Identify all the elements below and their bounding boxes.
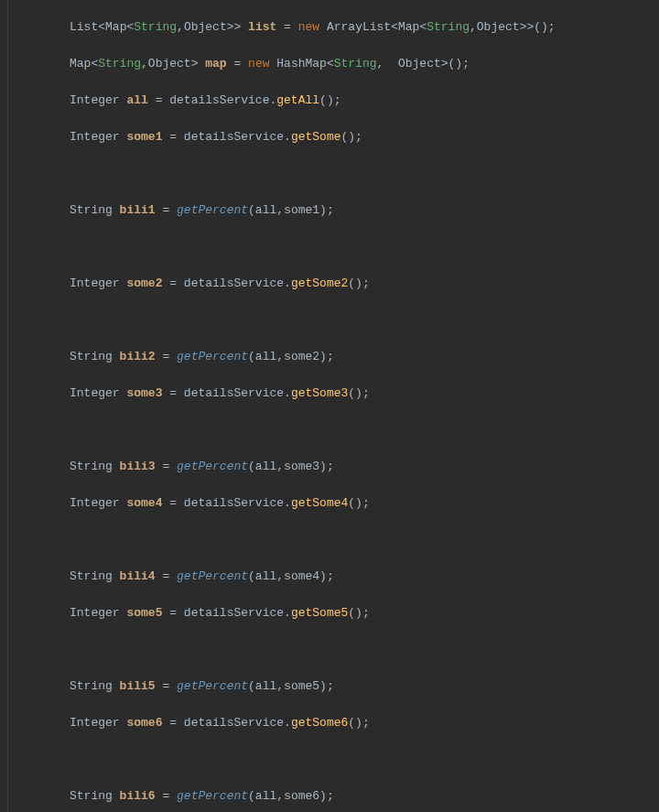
code-line[interactable]: Integer some2 = detailsService.getSome2(… [9, 275, 659, 293]
code-line[interactable]: List<Map<String,Object>> list = new Arra… [9, 18, 659, 37]
code-line[interactable] [9, 531, 659, 549]
code-line[interactable]: Integer some6 = detailsService.getSome6(… [9, 714, 659, 732]
code-line[interactable] [9, 165, 659, 183]
code-line[interactable]: Integer some3 = detailsService.getSome3(… [9, 384, 659, 403]
code-line[interactable]: String bili6 = getPercent(all,some6); [9, 787, 659, 806]
code-line[interactable]: Map<String,Object> map = new HashMap<Str… [9, 55, 659, 73]
code-line[interactable] [9, 238, 659, 256]
code-line[interactable] [9, 751, 659, 769]
code-line[interactable]: Integer some5 = detailsService.getSome5(… [9, 604, 659, 623]
code-editor[interactable]: List<Map<String,Object>> list = new Arra… [9, 0, 659, 812]
code-line[interactable] [9, 311, 659, 330]
code-line[interactable]: String bili2 = getPercent(all,some2); [9, 348, 659, 366]
code-line[interactable]: Integer some1 = detailsService.getSome()… [9, 128, 659, 146]
code-line[interactable]: Integer some4 = detailsService.getSome4(… [9, 494, 659, 513]
code-line[interactable]: String bili3 = getPercent(all,some3); [9, 458, 659, 476]
code-line[interactable] [9, 641, 659, 659]
code-line[interactable] [9, 421, 659, 439]
code-line[interactable]: Integer all = detailsService.getAll(); [9, 92, 659, 110]
editor-gutter [0, 0, 8, 812]
code-line[interactable]: String bili1 = getPercent(all,some1); [9, 201, 659, 220]
code-line[interactable]: String bili5 = getPercent(all,some5); [9, 677, 659, 696]
code-line[interactable]: String bili4 = getPercent(all,some4); [9, 568, 659, 586]
type-list: List [70, 20, 98, 34]
